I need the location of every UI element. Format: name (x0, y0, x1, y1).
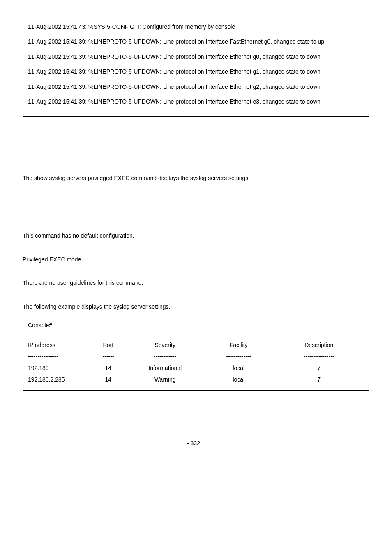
cell-facility: local (202, 362, 275, 374)
paragraph-example: The following example displays the syslo… (23, 303, 369, 311)
cell-description: 7 (275, 362, 362, 374)
cell-description: 7 (275, 374, 362, 385)
log-line: 11-Aug-2002 15:41:43: %SYS-5-CONFIG_I: C… (28, 19, 365, 34)
header-description: Description (275, 339, 362, 351)
header-severity: Severity (128, 339, 202, 351)
page-number: - 332 – (23, 440, 369, 455)
paragraph-description: The show syslog-servers privileged EXEC … (23, 174, 369, 183)
log-line: 11-Aug-2002 15:41:39: %LINEPROTO-5-UPDOW… (28, 34, 365, 49)
cell-facility: local (202, 374, 275, 385)
syslog-output-box: Console# IP address Port Severity Facili… (23, 317, 369, 391)
sep-severity: ------------ (128, 351, 202, 362)
cell-severity: Warning (128, 374, 202, 385)
sep-facility: ------------- (202, 351, 275, 362)
cell-severity: Informational (128, 362, 202, 374)
console-prompt: Console# (28, 322, 362, 328)
table-separator-row: ---------------- ------ ------------ ---… (28, 351, 362, 362)
log-line: 11-Aug-2002 15:41:39: %LINEPROTO-5-UPDOW… (28, 79, 365, 94)
paragraph-mode: Privileged EXEC mode (23, 256, 369, 264)
cell-ip: 192.180.2.285 (28, 374, 88, 385)
table-row: 192.180 14 Informational local 7 (28, 362, 362, 374)
log-line: 11-Aug-2002 15:41:39: %LINEPROTO-5-UPDOW… (28, 64, 365, 79)
header-ip: IP address (28, 339, 88, 351)
cell-port: 14 (88, 362, 129, 374)
header-port: Port (88, 339, 129, 351)
log-line: 11-Aug-2002 15:41:39: %LINEPROTO-5-UPDOW… (28, 49, 365, 64)
table-row: 192.180.2.285 14 Warning local 7 (28, 374, 362, 385)
table-header-row: IP address Port Severity Facility Descri… (28, 339, 362, 351)
header-facility: Facility (202, 339, 275, 351)
paragraph-default: This command has no default configuratio… (23, 232, 369, 240)
cell-port: 14 (88, 374, 129, 385)
log-output-box: 11-Aug-2002 15:41:43: %SYS-5-CONFIG_I: C… (23, 12, 369, 117)
sep-ip: ---------------- (28, 351, 88, 362)
cell-ip: 192.180 (28, 362, 88, 374)
paragraph-guidelines: There are no user guidelines for this co… (23, 279, 369, 287)
log-line: 11-Aug-2002 15:41:39: %LINEPROTO-5-UPDOW… (28, 94, 365, 109)
sep-port: ------ (88, 351, 129, 362)
sep-description: ---------------- (275, 351, 362, 362)
syslog-table: IP address Port Severity Facility Descri… (28, 339, 362, 385)
